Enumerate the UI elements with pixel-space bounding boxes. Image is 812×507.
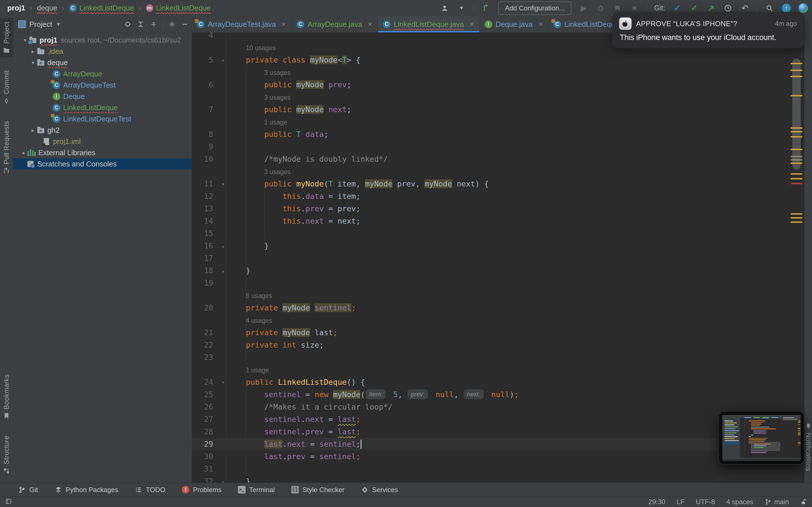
lock-open-icon[interactable] (800, 499, 807, 505)
fold-close-marker[interactable]: ▴ (219, 475, 227, 483)
code-line[interactable]: 19 (192, 277, 804, 289)
tree-item[interactable]: IDeque (13, 91, 192, 102)
close-tab-icon[interactable]: × (538, 20, 543, 29)
tool-window-button-terminal[interactable]: >_Terminal (238, 486, 275, 494)
code-line[interactable]: 21 private myNode last; (192, 327, 804, 339)
editor-tab[interactable]: CArrayDequeTest.java× (192, 16, 292, 33)
editor-tab[interactable]: CLinkedListDeque.java× (378, 16, 479, 33)
commit-check-icon[interactable]: ✓ (689, 3, 699, 13)
locate-icon[interactable] (124, 20, 132, 28)
breadcrumb-item[interactable]: CLinkedListDeque (69, 4, 134, 12)
stripe-item-structure[interactable]: Structure (0, 432, 13, 478)
tree-item[interactable]: CLinkedListDeque (13, 102, 192, 113)
profiler-icon[interactable] (613, 3, 622, 13)
breadcrumb-item[interactable]: deque (37, 4, 57, 12)
code-line[interactable]: 23 (192, 351, 804, 363)
inlay-row[interactable]: 4 usages (192, 314, 804, 327)
status-line-ending[interactable]: LF (677, 498, 684, 506)
inlay-row[interactable]: 3 usages (192, 66, 804, 78)
code-line[interactable]: 27 sentinel.next = last; (192, 413, 804, 426)
chevron-right-icon[interactable]: ▸ (29, 48, 37, 55)
breadcrumb-item[interactable]: mLinkedListDeque (146, 4, 211, 12)
tree-item[interactable]: ▸.idea (13, 46, 192, 57)
history-clock-icon[interactable] (723, 3, 733, 13)
code-line[interactable]: 25 sentinel = new myNode(item: 5, prev: … (192, 388, 804, 401)
tree-item[interactable]: ▸gh2 (13, 124, 192, 136)
code-line[interactable]: 12 this.data = item; (192, 190, 804, 203)
update-check-icon[interactable]: ✓ (672, 3, 682, 13)
status-git-branch[interactable]: main (765, 498, 789, 506)
chevron-down-icon[interactable]: ▾ (29, 59, 37, 66)
code-line[interactable]: 31 (192, 463, 804, 475)
close-tab-icon[interactable]: × (368, 20, 372, 29)
settings-gear-icon[interactable] (168, 20, 176, 28)
tool-window-button-git[interactable]: Git (18, 486, 38, 494)
usages-inlay-hint[interactable]: 3 usages (264, 94, 290, 101)
search-icon[interactable] (765, 3, 774, 13)
code-line[interactable]: 24▾ public LinkedListDeque() { (192, 376, 804, 388)
run-icon[interactable]: ▶ (579, 3, 589, 13)
code-line[interactable]: 16▴ } (192, 240, 804, 252)
toolwindow-toggle-icon[interactable] (5, 498, 12, 506)
stripe-item-commit[interactable]: Commit (0, 67, 13, 108)
status-indent-style[interactable]: 4 spaces (726, 498, 753, 506)
expand-all-icon[interactable] (137, 20, 145, 28)
fold-open-marker[interactable]: ▾ (219, 178, 227, 190)
code-line[interactable]: 26 /*Makes it a circular loop*/ (192, 401, 804, 413)
tool-window-button-todo[interactable]: TODO (135, 486, 165, 494)
chevron-down-icon[interactable]: ▼ (56, 21, 61, 27)
user-icon[interactable] (440, 3, 449, 13)
code-line[interactable]: 5▾ private class myNode<T> { (192, 54, 804, 66)
stripe-item-pull-requests[interactable]: Pull Requests (0, 117, 13, 178)
usages-inlay-hint[interactable]: 6 usages (246, 292, 272, 299)
code-line[interactable]: 18▴ } (192, 265, 804, 277)
code-line[interactable]: 32▴ } (192, 475, 804, 483)
status-caret-position[interactable]: 29:30 (649, 498, 665, 506)
tree-item[interactable]: ▸External Libraries (13, 147, 192, 158)
code-line[interactable]: 28 sentinel.prev = last; (192, 426, 804, 438)
code-editor[interactable]: 410 usages5▾ private class myNode<T> {3 … (192, 33, 804, 483)
close-tab-icon[interactable]: × (282, 20, 286, 29)
tool-window-button-services[interactable]: Services (361, 486, 398, 494)
upload-circle-icon[interactable]: ↑ (781, 3, 791, 13)
code-line[interactable]: 20 private myNode sentinel; (192, 302, 804, 314)
editor-tab[interactable]: CArrayDeque.java× (292, 16, 378, 33)
code-line[interactable]: 14 this.next = next; (192, 215, 804, 227)
usages-inlay-hint[interactable]: 3 usages (264, 168, 290, 175)
notifications-stripe-button[interactable]: Notifications (804, 422, 812, 471)
tree-item[interactable]: CArrayDequeTest (13, 79, 192, 91)
chevron-right-icon[interactable]: ▸ (20, 150, 28, 156)
inlay-row[interactable]: 3 usages (192, 91, 804, 103)
fold-open-marker[interactable]: ▾ (219, 376, 227, 388)
usages-inlay-hint[interactable]: 4 usages (246, 317, 272, 324)
code-line[interactable]: 29 last.next = sentinel; (192, 438, 804, 450)
breadcrumb-item[interactable]: proj1 (7, 4, 26, 12)
code-line[interactable]: 8 public T data; (192, 128, 804, 140)
usages-inlay-hint[interactable]: 3 usages (264, 69, 290, 76)
debug-icon[interactable] (596, 3, 605, 13)
vcs-update-icon[interactable] (481, 3, 491, 13)
scrollbar-thumb[interactable] (792, 59, 801, 170)
code-line[interactable]: 9 (192, 140, 804, 153)
usages-inlay-hint[interactable]: 1 usage (264, 119, 287, 126)
code-line[interactable]: 22 private int size; (192, 339, 804, 351)
tree-item[interactable]: CArrayDeque (13, 68, 192, 79)
stripe-item-project[interactable]: Project (0, 18, 13, 57)
code-line[interactable]: 13 this.prev = prev; (192, 203, 804, 215)
macos-notification[interactable]: APPROVE “LUKA’S IPHONE”? 4m ago This iPh… (612, 12, 804, 48)
tool-window-button-style-checker[interactable]: []Style Checker (291, 486, 344, 494)
code-line[interactable]: 11▾ public myNode(T item, myNode prev, m… (192, 178, 804, 190)
tree-item[interactable]: CLinkedListDequeTest (13, 113, 192, 124)
project-panel-title[interactable]: Project (29, 20, 52, 29)
fold-close-marker[interactable]: ▴ (219, 265, 227, 277)
tree-item[interactable]: ▾proj1sources root, ~/Documents/cs61bl/s… (13, 34, 192, 46)
stop-icon[interactable]: ■ (629, 3, 639, 13)
tree-item[interactable]: ▾deque (13, 57, 192, 68)
code-line[interactable]: 17 (192, 252, 804, 265)
push-arrow-icon[interactable]: ↗ (706, 3, 716, 13)
collapse-all-icon[interactable] (150, 20, 158, 28)
chevron-right-icon[interactable]: ▸ (29, 127, 37, 133)
inlay-row[interactable]: 3 usages (192, 165, 804, 178)
stripe-item-bookmarks[interactable]: Bookmarks (0, 371, 13, 423)
tree-item[interactable]: Scratches and Consoles (13, 158, 192, 170)
